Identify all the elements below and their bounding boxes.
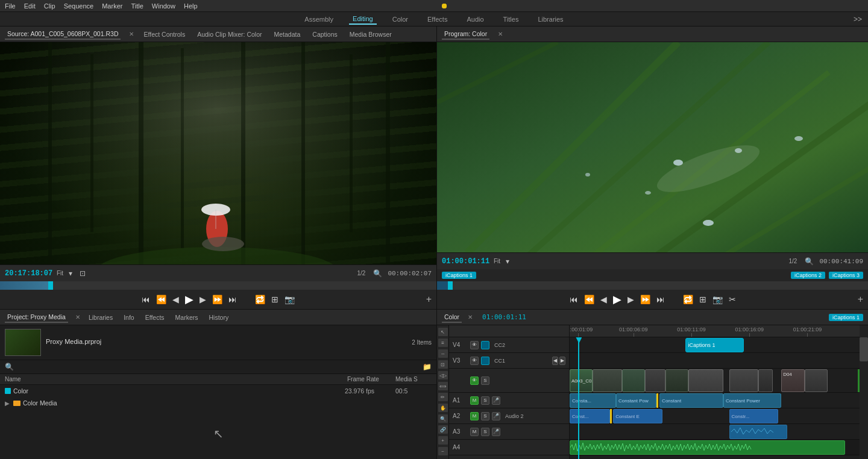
program-play[interactable]: ▶ [613,293,621,306]
track-a2-solo[interactable]: S [481,412,489,420]
program-export-frame[interactable]: 📷 [712,295,723,304]
source-fit-label[interactable]: Fit [57,270,63,276]
menu-clip[interactable]: Clip [44,2,55,10]
clip-a1-3[interactable]: Constant [659,393,723,408]
source-scrubber[interactable] [0,281,436,290]
clip-v2-3[interactable] [622,369,645,392]
program-back-frame[interactable]: ◀ [600,295,607,304]
project-close[interactable]: ✕ [75,314,80,320]
clip-a2-2[interactable]: Constant E [613,409,662,423]
tab-captions[interactable]: Captions [310,30,339,39]
source-add-marker[interactable]: + [426,294,432,305]
tab-info[interactable]: Info [121,313,137,322]
clip-v2-6[interactable] [688,369,723,392]
source-export-frame[interactable]: 📷 [285,295,295,304]
tab-titles[interactable]: Titles [500,14,523,24]
clip-v2-4[interactable] [645,369,665,392]
track-a3-solo[interactable]: S [481,428,489,436]
program-safe-margins[interactable]: ⊞ [699,295,706,304]
source-scrubber-handle[interactable] [48,281,53,290]
program-zoom[interactable]: 🔍 [803,257,816,266]
clip-v2-7[interactable] [729,369,758,392]
tab-libraries[interactable]: Libraries [86,313,115,322]
track-a2-mic[interactable]: 🎤 [492,412,500,420]
track-v3-lock[interactable] [481,357,489,365]
clip-v2-8[interactable] [758,369,773,392]
source-loop[interactable]: 🔁 [255,295,265,304]
tab-audio[interactable]: Audio [463,14,487,24]
program-loop[interactable]: 🔁 [683,295,693,304]
track-a2-mute[interactable]: M [470,412,479,420]
menu-title[interactable]: Title [131,2,143,10]
track-v3-nav-right[interactable]: ▶ [559,357,565,365]
expand-arrow[interactable]: ▶ [5,400,10,407]
program-go-end[interactable]: ⏭ [656,295,665,304]
tab-effects[interactable]: Effects [143,313,167,322]
tab-color[interactable]: Color [389,14,412,24]
tool-slip[interactable]: ◁▷ [438,371,448,379]
program-trim[interactable]: ✂ [729,295,736,304]
new-folder-icon[interactable]: 📁 [423,363,432,371]
program-scrubber-handle[interactable] [448,281,453,290]
timeline-label[interactable]: Color [442,312,462,323]
program-label[interactable]: Program: Color [442,29,489,40]
tab-project[interactable]: Project: Proxy Media [5,312,68,323]
tab-metadata[interactable]: Metadata [272,30,303,39]
clip-a2-1[interactable]: Const... [570,409,610,423]
program-close[interactable]: ✕ [498,31,503,37]
tool-pen[interactable]: ✏ [438,393,448,401]
source-go-start[interactable]: ⏮ [142,295,150,304]
program-step-fwd[interactable]: ⏩ [640,295,650,304]
timeline-scrollbar[interactable] [860,325,868,459]
caption-tag-1[interactable]: iCaptions 1 [442,272,476,279]
caption-tag-3[interactable]: iCaptions 3 [829,272,863,279]
tab-libraries[interactable]: Libraries [534,14,567,24]
track-a1-mute[interactable]: M [470,396,479,405]
source-fit-dropdown[interactable]: ▾ [67,269,74,278]
source-timecode[interactable]: 20:17:18:07 [5,269,53,278]
clip-a4-music[interactable] [570,440,845,455]
program-step-back[interactable]: ⏪ [584,295,594,304]
source-settings-btn[interactable]: ⊡ [78,269,87,278]
tool-slide[interactable]: ⟺ [438,382,448,390]
tool-link[interactable]: 🔗 [438,425,448,434]
tool-zoom[interactable]: 🔍 [438,414,448,423]
source-close[interactable]: ✕ [129,31,134,37]
source-back-frame[interactable]: ◀ [172,295,179,304]
clip-a1-1[interactable]: Consta... [570,393,616,408]
clip-a3-1[interactable] [729,425,787,439]
source-go-end[interactable]: ⏭ [228,295,237,304]
menu-sequence[interactable]: Sequence [64,2,94,10]
clip-v2-5[interactable] [665,369,688,392]
tab-effects[interactable]: Effects [424,14,451,24]
scrollbar-thumb[interactable] [860,337,868,361]
source-zoom-btn[interactable]: 🔍 [371,269,384,278]
menu-file[interactable]: File [5,2,16,10]
program-fwd-frame[interactable]: ▶ [627,295,634,304]
clip-v2-10[interactable] [805,369,828,392]
timeline-close[interactable]: ✕ [468,314,473,320]
tool-ripple[interactable]: ↔ [438,349,448,358]
track-a1-mic[interactable]: 🎤 [492,396,500,405]
clip-v2-1[interactable]: A003_C028_06103 [570,369,593,392]
tab-media-browser[interactable]: Media Browser [347,30,394,39]
tool-select[interactable]: ↖ [438,328,448,336]
tab-editing[interactable]: Editing [349,14,377,25]
timeline-timecode[interactable]: 01:00:01:11 [482,313,526,321]
track-v3-nav-left[interactable]: ◀ [552,357,558,365]
program-scrubber[interactable] [437,281,868,290]
tab-markers[interactable]: Markers [173,313,201,322]
menu-marker[interactable]: Marker [102,2,122,10]
menu-edit[interactable]: Edit [24,2,36,10]
track-a3-mic[interactable]: 🎤 [492,428,500,436]
track-v4-eye[interactable]: 👁 [470,341,479,349]
clip-a1-2[interactable]: Constant Pow [616,393,656,408]
timeline-ruler[interactable]: 01:00:01:09 01:00:06:09 01:00:11:09 01:0… [570,325,860,337]
track-v2-eye[interactable]: 👁 [470,376,479,385]
playhead[interactable] [578,337,579,459]
tool-track-select[interactable]: ≡ [438,339,448,347]
program-fit-label[interactable]: Fit [494,258,500,264]
tab-assembly[interactable]: Assembly [301,14,337,24]
tab-effect-controls[interactable]: Effect Controls [141,30,187,39]
track-v4-lock[interactable] [481,341,489,349]
